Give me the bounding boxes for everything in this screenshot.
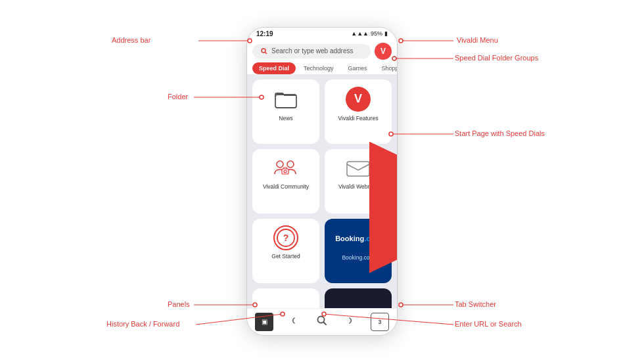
- dial-vivaldi-features-label: Vivaldi Features: [338, 115, 379, 122]
- svg-line-29: [324, 323, 327, 325]
- annotation-enter-url: Enter URL or Search: [455, 320, 522, 328]
- bottom-nav: ▣ 3: [247, 308, 397, 335]
- forward-button[interactable]: [342, 313, 360, 331]
- annotation-folder: Folder: [168, 93, 188, 101]
- panels-button[interactable]: ▣: [255, 313, 273, 331]
- dial-get-started[interactable]: ? Get Started: [252, 219, 319, 283]
- back-icon: [288, 316, 298, 327]
- battery-text: 95%: [371, 30, 382, 37]
- speed-dial-tabs: Speed Dial Technology Games Shopping De.…: [247, 62, 397, 74]
- panels-icon: ▣: [262, 318, 267, 325]
- dial-get-started-label: Get Started: [271, 253, 300, 260]
- svg-rect-20: [275, 95, 296, 108]
- dial-news-label: News: [279, 115, 292, 122]
- battery-icon: ▮: [384, 30, 388, 37]
- getstarted-icon-area: ?: [273, 225, 298, 250]
- status-indicators: ▲▲▲ 95% ▮: [351, 30, 388, 37]
- partial-row: [247, 288, 397, 308]
- address-input[interactable]: Search or type web address: [252, 44, 371, 58]
- annotation-vivaldi-menu: Vivaldi Menu: [457, 36, 498, 44]
- annotation-address-bar: Address bar: [112, 36, 150, 44]
- dial-news[interactable]: News: [252, 79, 319, 144]
- tab-switcher-button[interactable]: 3: [371, 313, 389, 331]
- tab-count-icon: 3: [378, 319, 381, 325]
- folder-icon: [275, 90, 297, 108]
- forward-icon: [346, 316, 356, 327]
- vivaldi-icon-area: V: [345, 86, 371, 112]
- annotation-speed-dial-groups: Speed Dial Folder Groups: [455, 54, 538, 62]
- community-icon: [273, 158, 298, 179]
- vivaldi-v-icon: V: [380, 47, 386, 56]
- annotation-tab-switcher: Tab Switcher: [455, 300, 496, 308]
- partial-tile-2: [325, 288, 392, 308]
- annotation-start-page: Start Page with Speed Dials: [455, 129, 545, 137]
- svg-point-3: [399, 39, 403, 43]
- dial-community[interactable]: Vivaldi Community: [252, 149, 319, 214]
- dial-community-label: Vivaldi Community: [263, 183, 309, 190]
- tab-games[interactable]: Games: [342, 62, 374, 74]
- webmail-icon: [346, 159, 370, 177]
- search-nav-icon: [317, 315, 327, 328]
- signal-icon: ▲▲▲: [351, 30, 369, 37]
- svg-text:?: ?: [283, 233, 289, 243]
- partial-tile-1: [252, 288, 319, 308]
- svg-point-21: [277, 161, 283, 168]
- dial-vivaldi-features[interactable]: V Vivaldi Features: [325, 79, 392, 144]
- address-placeholder: Search or type web address: [271, 47, 354, 55]
- annotation-panels: Panels: [168, 300, 190, 308]
- annotation-history: History Back / Forward: [106, 320, 179, 328]
- svg-line-19: [265, 52, 267, 54]
- address-bar[interactable]: Search or type web address V: [247, 40, 397, 62]
- status-bar: 12:19 ▲▲▲ 95% ▮: [247, 28, 397, 40]
- status-time: 12:19: [256, 30, 273, 37]
- svg-point-18: [262, 49, 265, 53]
- svg-point-22: [287, 161, 294, 168]
- svg-rect-25: [347, 162, 369, 176]
- tab-shopping[interactable]: Shopping: [375, 62, 397, 74]
- diagram-container: Address bar Vivaldi Menu Speed Dial Fold…: [0, 0, 644, 362]
- vivaldi-large-icon: V: [346, 87, 371, 112]
- tab-speed-dial[interactable]: Speed Dial: [252, 62, 296, 74]
- svg-rect-23: [282, 169, 288, 174]
- search-button[interactable]: [313, 313, 331, 331]
- community-icon-area: [273, 156, 298, 181]
- webmail-icon-area: [346, 156, 371, 181]
- getstarted-icon: ?: [276, 228, 296, 248]
- svg-point-13: [399, 303, 403, 307]
- vivaldi-menu-button[interactable]: V: [375, 43, 392, 60]
- search-icon: [260, 47, 268, 55]
- back-button[interactable]: [284, 313, 302, 331]
- folder-icon-area: [273, 86, 299, 112]
- booking-icon-area: Booking.com: [345, 225, 371, 252]
- phone-mockup: 12:19 ▲▲▲ 95% ▮ Search or type we: [246, 27, 398, 336]
- tab-technology[interactable]: Technology: [297, 62, 340, 74]
